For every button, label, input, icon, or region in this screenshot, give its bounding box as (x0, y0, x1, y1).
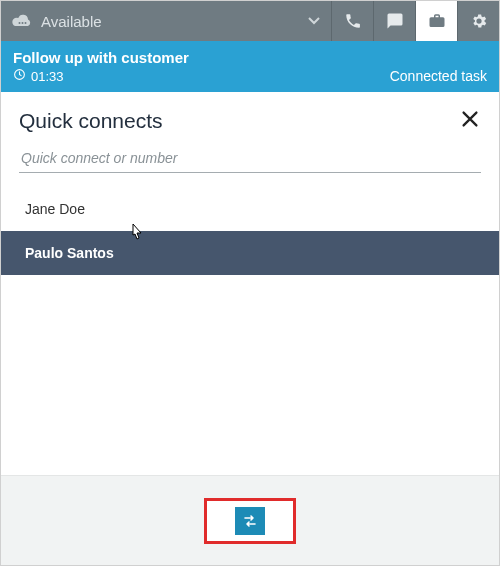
settings-tab[interactable] (457, 1, 499, 41)
task-tab[interactable] (415, 1, 457, 41)
quick-connect-item[interactable]: Jane Doe (1, 187, 499, 231)
agent-status-bar: Available (1, 1, 499, 41)
page-title: Quick connects (19, 109, 163, 133)
agent-status-label: Available (41, 13, 102, 30)
search-row (1, 144, 499, 173)
cloud-icon (11, 13, 33, 29)
quick-connect-name: Paulo Santos (25, 245, 114, 261)
channel-tabs (331, 1, 499, 41)
chat-tab[interactable] (373, 1, 415, 41)
quick-connects-header: Quick connects (1, 92, 499, 144)
phone-tab[interactable] (331, 1, 373, 41)
clock-icon (13, 68, 26, 84)
transfer-button[interactable] (235, 507, 265, 535)
quick-connect-search-input[interactable] (19, 144, 481, 173)
transfer-highlight (204, 498, 296, 544)
contact-status: Connected task (390, 68, 487, 84)
quick-connect-list: Jane Doe Paulo Santos (1, 187, 499, 275)
quick-connect-name: Jane Doe (25, 201, 85, 217)
svg-point-1 (22, 22, 24, 24)
svg-point-0 (19, 22, 21, 24)
footer-bar (1, 475, 499, 565)
contact-title: Follow up with customer (13, 49, 189, 66)
agent-status-selector[interactable]: Available (1, 1, 307, 41)
close-button[interactable] (459, 108, 481, 134)
contact-banner: Follow up with customer 01:33 Connected … (1, 41, 499, 92)
quick-connect-item[interactable]: Paulo Santos (1, 231, 499, 275)
contact-elapsed: 01:33 (31, 69, 64, 84)
svg-point-2 (25, 22, 27, 24)
chevron-down-icon[interactable] (307, 1, 331, 41)
